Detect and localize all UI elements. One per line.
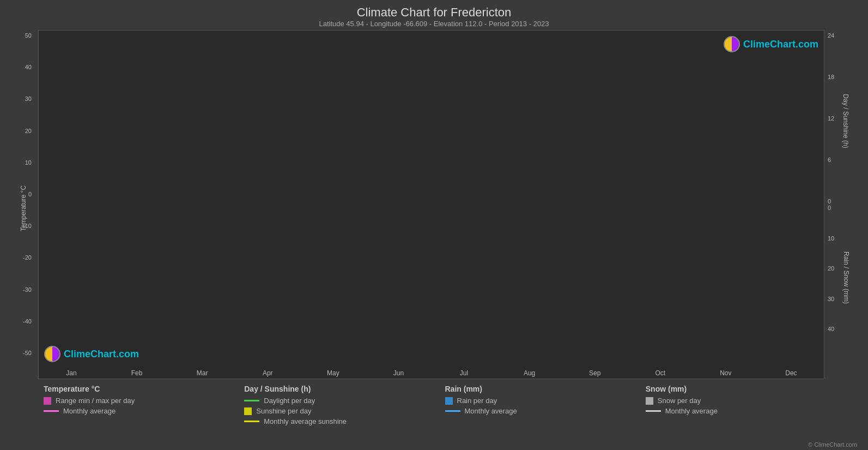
x-label-jan: Jan (39, 368, 104, 379)
y-left-20: 20 (25, 128, 32, 134)
x-label-sep: Sep (562, 368, 628, 379)
x-label-jun: Jun (366, 368, 431, 379)
y-right-r0: 0 (828, 205, 831, 211)
legend-sunshine-avg: Monthly average sunshine (244, 417, 434, 425)
legend-snow-day: Snow per day (646, 397, 835, 405)
legend-sunshine-avg-label: Monthly average sunshine (264, 417, 347, 425)
legend-snow: Snow (mm) Snow per day Monthly average ©… (646, 385, 835, 445)
legend-snow-avg-label: Monthly average (665, 407, 718, 415)
chart-header: Climate Chart for Fredericton Latitude 4… (0, 0, 868, 30)
y-right-r20: 20 (828, 265, 834, 272)
copyright: © ClimeChart.com (808, 441, 857, 448)
x-axis-labels: Jan Feb Mar Apr May Jun Jul Aug Sep Oct … (39, 368, 824, 379)
chart-canvas (39, 31, 824, 379)
chart-title: Climate Chart for Fredericton (0, 5, 868, 20)
y-axis-right: Day / Sunshine (h) Rain / Snow (mm) 24 1… (824, 30, 863, 379)
legend-temp-avg: Monthly average (44, 407, 233, 415)
x-label-dec: Dec (758, 368, 824, 379)
y-right-18: 18 (828, 74, 834, 80)
y-right-r40: 40 (828, 326, 834, 332)
legend-snow-title: Snow (mm) (646, 385, 835, 393)
y-axis-left: Temperature °C 50 40 30 20 10 0 -10 -20 … (5, 30, 38, 379)
y-left-n50: -50 (23, 350, 32, 356)
legend-snow-avg: Monthly average (646, 407, 835, 415)
legend-snow-icon (646, 397, 653, 405)
main-container: Climate Chart for Fredericton Latitude 4… (0, 0, 868, 450)
legend-daylight-icon (244, 400, 259, 401)
y-right-12: 12 (828, 115, 834, 122)
y-left-n30: -30 (23, 286, 32, 293)
legend-temp-range: Range min / max per day (44, 397, 233, 405)
y-right-r10: 10 (828, 235, 834, 242)
legend-daylight: Daylight per day (244, 397, 434, 405)
legend-temp-title: Temperature °C (44, 385, 233, 393)
legend-snow-avg-icon (646, 410, 661, 412)
legend-temp-avg-icon (44, 410, 59, 412)
legend-rain: Rain (mm) Rain per day Monthly average (445, 385, 635, 445)
brand-icon-top (724, 36, 740, 52)
x-label-mar: Mar (169, 368, 235, 379)
brand-name-bottom: ClimeChart.com (64, 349, 139, 360)
legend-rain-icon (445, 397, 453, 405)
legend-temp-avg-label: Monthly average (63, 407, 116, 415)
legend-sunshine-avg-icon (244, 421, 259, 422)
legend-rain-label: Rain per day (457, 397, 497, 405)
y-right-r30: 30 (828, 296, 834, 302)
legend-rain-day: Rain per day (445, 397, 635, 405)
legend-rain-avg-label: Monthly average (465, 407, 517, 415)
x-label-nov: Nov (693, 368, 758, 379)
y-left-label: Temperature °C (20, 185, 27, 231)
legend-sun-title: Day / Sunshine (h) (244, 385, 434, 393)
y-left-0: 0 (28, 191, 32, 197)
x-label-aug: Aug (497, 368, 562, 379)
legend-daylight-label: Daylight per day (264, 397, 315, 405)
x-label-jul: Jul (431, 368, 496, 379)
legend-area: Temperature °C Range min / max per day M… (0, 379, 868, 450)
legend-snow-label: Snow per day (658, 397, 701, 405)
brand-name-top: ClimeChart.com (743, 39, 818, 50)
brand-icon-bottom (44, 346, 60, 362)
legend-temp-range-icon (44, 397, 51, 405)
y-left-n40: -40 (23, 318, 32, 325)
brand-bottom-left: ClimeChart.com (44, 346, 139, 362)
x-label-oct: Oct (628, 368, 693, 379)
legend-sunshine-icon (244, 407, 252, 415)
y-left-30: 30 (25, 95, 32, 102)
y-left-10: 10 (25, 159, 32, 166)
legend-temperature: Temperature °C Range min / max per day M… (44, 385, 233, 445)
y-right-6: 6 (828, 157, 831, 163)
y-right-0: 0 (828, 198, 831, 205)
legend-rain-title: Rain (mm) (445, 385, 635, 393)
x-label-may: May (300, 368, 366, 379)
x-label-apr: Apr (235, 368, 300, 379)
chart-area: Temperature °C 50 40 30 20 10 0 -10 -20 … (5, 30, 863, 379)
y-left-50: 50 (25, 32, 32, 39)
brand-top-right: ClimeChart.com (724, 36, 818, 52)
legend-temp-range-label: Range min / max per day (56, 397, 135, 405)
y-right-24: 24 (828, 32, 834, 39)
legend-rain-avg: Monthly average (445, 407, 635, 415)
y-right-label-bottom: Rain / Snow (mm) (842, 251, 850, 304)
legend-sunshine: Day / Sunshine (h) Daylight per day Suns… (244, 385, 434, 445)
chart-subtitle: Latitude 45.94 - Longitude -66.609 - Ele… (0, 20, 868, 28)
chart-canvas-area: ClimeChart.com ClimeChart.com Jan Feb Ma… (38, 30, 824, 379)
y-right-label-top: Day / Sunshine (h) (841, 94, 849, 148)
legend-sunshine-box: Sunshine per day (244, 407, 434, 415)
x-label-feb: Feb (104, 368, 169, 379)
y-left-n20: -20 (23, 254, 32, 261)
legend-rain-avg-icon (445, 410, 460, 412)
y-left-40: 40 (25, 64, 32, 70)
legend-sunshine-label: Sunshine per day (256, 407, 311, 415)
